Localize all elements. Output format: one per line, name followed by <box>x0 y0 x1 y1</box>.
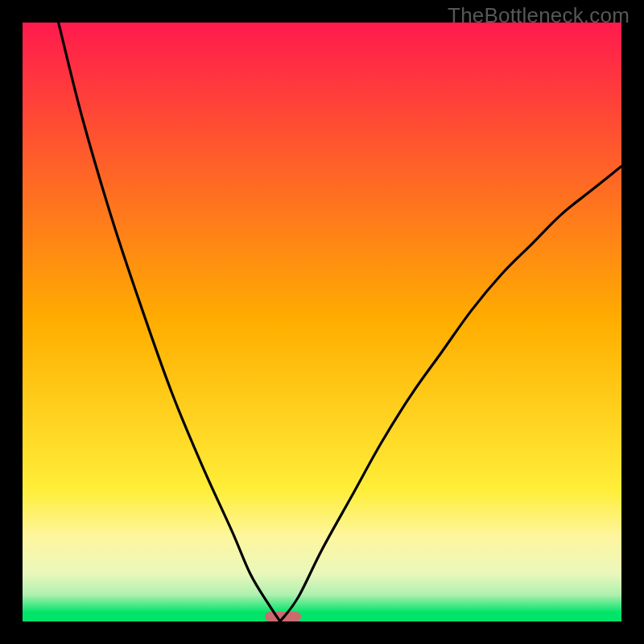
left-curve <box>59 23 280 621</box>
watermark-text: TheBottleneck.com <box>448 3 630 28</box>
chart-frame: TheBottleneck.com <box>0 0 644 644</box>
bottleneck-curves <box>23 23 621 621</box>
right-curve <box>280 167 621 621</box>
plot-area <box>23 23 621 621</box>
